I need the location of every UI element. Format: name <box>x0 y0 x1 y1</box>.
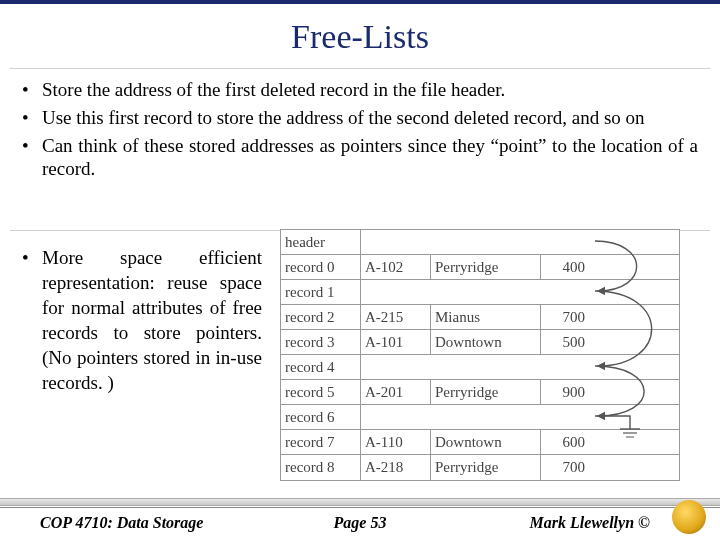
row-label: header <box>281 230 361 254</box>
cell-account: A-218 <box>361 455 431 480</box>
lower-section: More space efficient representation: reu… <box>22 245 698 395</box>
footer-divider <box>0 507 720 508</box>
table-row: record 4 <box>281 355 679 380</box>
divider-1 <box>10 68 710 69</box>
cell-branch: Mianus <box>431 305 541 329</box>
ucf-logo-icon <box>672 500 706 534</box>
cell-amount: 600 <box>541 430 591 454</box>
cell-account: A-110 <box>361 430 431 454</box>
top-stripe <box>0 0 720 4</box>
cell-amount: 700 <box>541 305 591 329</box>
cell-account: A-101 <box>361 330 431 354</box>
cell-branch: Downtown <box>431 330 541 354</box>
cell-amount: 900 <box>541 380 591 404</box>
footer: COP 4710: Data Storage Page 53 Mark Llew… <box>0 498 720 540</box>
cell-amount: 400 <box>541 255 591 279</box>
free-pointer-cell <box>361 280 679 304</box>
cell-account: A-201 <box>361 380 431 404</box>
table-row: record 0A-102Perryridge400 <box>281 255 679 280</box>
table-row: record 3A-101Downtown500 <box>281 330 679 355</box>
row-label: record 1 <box>281 280 361 304</box>
table-row: record 8A-218Perryridge700 <box>281 455 679 480</box>
bullet-item: More space efficient representation: reu… <box>22 245 262 395</box>
row-label: record 6 <box>281 405 361 429</box>
bullet-item: Can think of these stored addresses as p… <box>22 134 698 182</box>
table-row: header <box>281 230 679 255</box>
cell-account: A-215 <box>361 305 431 329</box>
slide: Free-Lists Store the address of the firs… <box>0 0 720 540</box>
row-label: record 0 <box>281 255 361 279</box>
bullet-item: Use this first record to store the addre… <box>22 106 698 130</box>
table-row: record 1 <box>281 280 679 305</box>
free-pointer-cell <box>361 230 679 254</box>
row-label: record 3 <box>281 330 361 354</box>
cell-branch: Downtown <box>431 430 541 454</box>
footer-right: Mark Llewellyn © <box>530 514 650 532</box>
free-pointer-cell <box>361 405 679 429</box>
cell-branch: Perryridge <box>431 380 541 404</box>
cell-amount: 700 <box>541 455 591 480</box>
free-pointer-cell <box>361 355 679 379</box>
row-label: record 2 <box>281 305 361 329</box>
cell-account: A-102 <box>361 255 431 279</box>
cell-branch: Perryridge <box>431 455 541 480</box>
table-row: record 7A-110Downtown600 <box>281 430 679 455</box>
diagram-area: headerrecord 0A-102Perryridge400record 1… <box>280 245 698 395</box>
row-label: record 5 <box>281 380 361 404</box>
table-row: record 6 <box>281 405 679 430</box>
row-label: record 8 <box>281 455 361 480</box>
lower-bullet-list: More space efficient representation: reu… <box>22 245 262 395</box>
table-row: record 2A-215Mianus700 <box>281 305 679 330</box>
bullet-item: Store the address of the first deleted r… <box>22 78 698 102</box>
top-bullets: Store the address of the first deleted r… <box>22 78 698 185</box>
table-row: record 5A-201Perryridge900 <box>281 380 679 405</box>
row-label: record 4 <box>281 355 361 379</box>
row-label: record 7 <box>281 430 361 454</box>
free-list-table: headerrecord 0A-102Perryridge400record 1… <box>280 229 680 481</box>
cell-amount: 500 <box>541 330 591 354</box>
slide-title: Free-Lists <box>0 18 720 56</box>
cell-branch: Perryridge <box>431 255 541 279</box>
footer-bar <box>0 498 720 506</box>
